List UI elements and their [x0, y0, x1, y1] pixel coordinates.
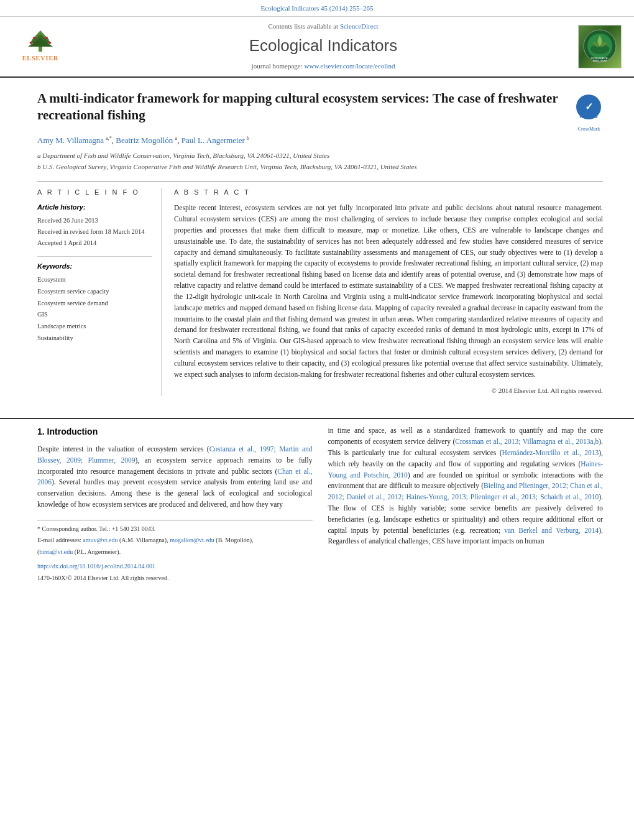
revised-date: Received in revised form 18 March 2014	[37, 226, 152, 238]
keyword-sustainability: Sustainability	[37, 333, 152, 344]
body-content: 1. Introduction Despite interest in the …	[0, 418, 634, 591]
affil-super-a: a,*	[106, 136, 112, 141]
keyword-landscape: Landscape metrics	[37, 321, 152, 333]
keyword-gis: GIS	[37, 309, 152, 321]
affil-super-b: b	[247, 136, 249, 141]
article-title: A multi-indicator framework for mapping …	[37, 90, 575, 124]
author-mogollon[interactable]: Beatriz Mogollón	[116, 136, 173, 145]
homepage-url[interactable]: www.elsevier.com/locate/ecolind	[305, 62, 395, 70]
elsevier-tree-icon	[22, 29, 59, 53]
body-col-left: 1. Introduction Despite interest in the …	[37, 425, 313, 584]
bieling-link[interactable]: Bieling and Plieninger, 2012; Chan et al…	[328, 482, 604, 501]
article-info-abstract-section: A R T I C L E I N F O Article history: R…	[37, 181, 603, 396]
elsevier-logo: ELSEVIER	[12, 28, 68, 65]
received-date: Received 26 June 2013	[37, 215, 152, 226]
van-berkel-link[interactable]: van Berkel and Verburg, 2014	[504, 527, 599, 534]
svg-text:✓: ✓	[585, 101, 593, 112]
article-info-column: A R T I C L E I N F O Article history: R…	[37, 188, 162, 396]
hernandez-link[interactable]: Hernández-Morcillo et al., 2013	[502, 449, 599, 456]
svg-point-4	[33, 37, 35, 39]
section-number: 1.	[37, 427, 45, 436]
two-col-body: 1. Introduction Despite interest in the …	[37, 425, 603, 584]
keywords-section: Keywords: Ecosystem Ecosystem service ca…	[37, 256, 152, 344]
email-line: E-mail addresses: amuv@vt.edu (A.M. Vill…	[37, 535, 313, 545]
svg-point-7	[48, 42, 51, 44]
intro-col2-text: in time and space, as well as a standard…	[328, 425, 604, 547]
doi-line: http://dx.doi.org/10.1016/j.ecolind.2014…	[37, 561, 313, 571]
history-label: Article history:	[37, 203, 152, 213]
email1-link[interactable]: amuv@vt.edu	[83, 537, 117, 543]
journal-citation-text: Ecological Indicators 45 (2014) 255–265	[261, 4, 374, 12]
email1-name: (A.M. Villamagna),	[119, 537, 168, 543]
email3-link[interactable]: binta@vt.edu	[39, 548, 73, 555]
author-villamagna[interactable]: Amy M. Villamagna	[37, 136, 104, 145]
affiliation-b: b U.S. Geological Survey, Virginia Coope…	[37, 162, 603, 173]
svg-text:INDICATORS: INDICATORS	[592, 60, 606, 62]
keywords-label: Keywords:	[37, 262, 152, 272]
sciencedirect-link[interactable]: ScienceDirect	[340, 22, 379, 30]
svg-point-6	[30, 42, 32, 44]
crossmark-badge[interactable]: ✓ CrossMark CrossMark	[575, 93, 603, 121]
eco-indicators-logo: ECOLOGICAL INDICATORS	[578, 25, 622, 68]
journal-title-section: Contents lists available at ScienceDirec…	[68, 22, 578, 72]
costanza-link[interactable]: Costanza et al., 1997; Martin and Blosse…	[37, 445, 313, 464]
intro-col1-text: Despite interest in the valuation of eco…	[37, 444, 313, 510]
article-info-header: A R T I C L E I N F O	[37, 188, 152, 198]
abstract-header: A B S T R A C T	[174, 188, 603, 198]
keyword-capacity: Ecosystem service capacity	[37, 286, 152, 298]
crossmark-label: CrossMark	[575, 126, 603, 133]
affil-b-text: b U.S. Geological Survey, Virginia Coope…	[37, 162, 417, 173]
corresponding-note: * Corresponding author. Tel.: +1 540 231…	[37, 524, 313, 534]
email-label: E-mail addresses:	[37, 537, 81, 543]
elsevier-brand-text: ELSEVIER	[22, 54, 59, 63]
email3-note: (P.L. Angermeier).	[75, 548, 121, 555]
footnotes: * Corresponding author. Tel.: +1 540 231…	[37, 520, 313, 583]
contents-line: Contents lists available at ScienceDirec…	[81, 22, 566, 32]
email3-line: (binta@vt.edu (P.L. Angermeier).	[37, 547, 313, 557]
affil-super-a2: a	[175, 136, 178, 141]
body-col-right: in time and space, as well as a standard…	[328, 425, 604, 584]
homepage-line: journal homepage: www.elsevier.com/locat…	[81, 62, 566, 72]
affiliation-a: a Department of Fish and Wildlife Conser…	[37, 150, 603, 162]
journal-main-title: Ecological Indicators	[81, 34, 566, 58]
haines-young-link[interactable]: Haines-Young and Potschin, 2010	[328, 460, 604, 479]
email2-note: (B. Mogollón),	[216, 537, 253, 543]
crossman-link[interactable]: Crossman et al., 2013; Villamagna et al.…	[455, 438, 599, 445]
affil-a-text: a Department of Fish and Wildlife Conser…	[37, 150, 329, 162]
accepted-date: Accepted 1 April 2014	[37, 238, 152, 249]
copyright-text: © 2014 Elsevier Ltd. All rights reserved…	[174, 386, 603, 396]
article-content: A multi-indicator framework for mapping …	[0, 78, 634, 409]
affiliations: a Department of Fish and Wildlife Conser…	[37, 150, 603, 172]
issn-line: 1470-160X/© 2014 Elsevier Ltd. All right…	[37, 573, 313, 583]
chan-link[interactable]: Chan et al., 2006	[37, 468, 313, 486]
email2-link[interactable]: mogallon@vt.edu	[170, 537, 214, 543]
article-history: Article history: Received 26 June 2013 R…	[37, 203, 152, 248]
section-title: Introduction	[47, 427, 98, 436]
abstract-column: A B S T R A C T Despite recent interest,…	[174, 188, 603, 396]
keyword-demand: Ecosystem service demand	[37, 298, 152, 310]
abstract-text: Despite recent interest, ecosystem servi…	[174, 203, 603, 380]
svg-point-5	[45, 37, 48, 39]
eco-logo-image: ECOLOGICAL INDICATORS	[583, 29, 617, 63]
svg-text:CrossMark: CrossMark	[579, 115, 598, 119]
journal-citation-bar: Ecological Indicators 45 (2014) 255–265	[0, 0, 634, 17]
author-angermeier[interactable]: Paul L. Angermeier	[181, 136, 245, 145]
crossmark-icon: ✓ CrossMark	[575, 93, 603, 121]
journal-header: ELSEVIER Contents lists available at Sci…	[0, 17, 634, 78]
article-title-section: A multi-indicator framework for mapping …	[37, 90, 603, 129]
section-heading: 1. Introduction	[37, 425, 313, 439]
svg-rect-0	[39, 47, 42, 52]
doi-link[interactable]: http://dx.doi.org/10.1016/j.ecolind.2014…	[37, 563, 155, 570]
keyword-ecosystem: Ecosystem	[37, 274, 152, 286]
authors-line: Amy M. Villamagna a,*, Beatriz Mogollón …	[37, 135, 603, 147]
